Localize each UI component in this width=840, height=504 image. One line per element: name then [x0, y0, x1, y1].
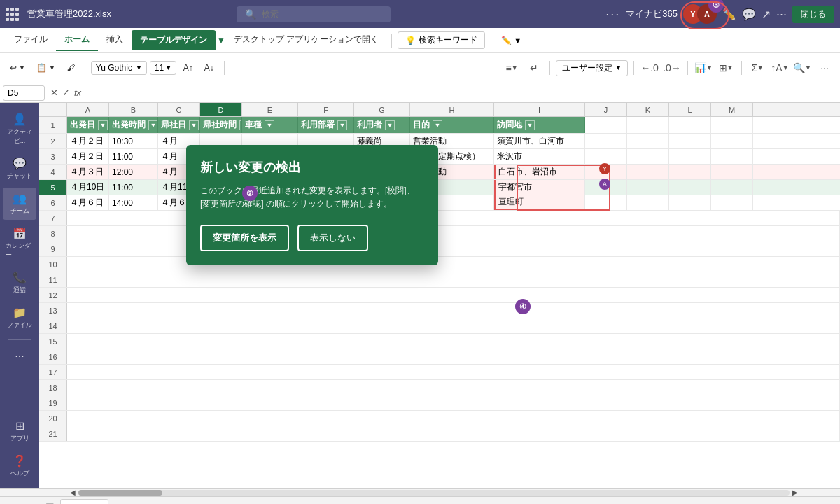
tab-home[interactable]: ホーム: [56, 29, 98, 51]
find-btn[interactable]: 🔍 ▼: [792, 58, 812, 78]
conditional-format-btn[interactable]: 📊 ▼: [694, 58, 713, 78]
cell-4b[interactable]: 12:00: [109, 164, 158, 179]
prev-sheet-btn[interactable]: ◀: [6, 500, 21, 505]
font-selector[interactable]: Yu Gothic ▼: [91, 61, 147, 75]
icon-btn-comment[interactable]: 💬: [742, 8, 756, 21]
dismiss-button[interactable]: 表示しない: [298, 225, 368, 251]
icon-btn-dots2[interactable]: ···: [776, 7, 787, 22]
header-cell-purpose[interactable]: 目的 ▼: [410, 117, 494, 133]
header-cell-departure-time[interactable]: 出発時間 ▼: [109, 117, 158, 133]
undo-btn[interactable]: ↩ ▼: [6, 61, 29, 75]
cell-2b[interactable]: 10:30: [109, 134, 158, 148]
font-size-selector[interactable]: 11 ▼: [150, 61, 176, 75]
format-as-table-btn[interactable]: ⊞ ▼: [716, 58, 736, 78]
cell-3k[interactable]: [627, 149, 669, 164]
cell-1j[interactable]: [585, 117, 627, 133]
search-box[interactable]: 🔍: [237, 6, 391, 22]
fx-icon[interactable]: fx: [74, 88, 81, 98]
decimal-dec-btn[interactable]: .0→: [662, 58, 682, 78]
sidebar-item-more[interactable]: ···: [3, 346, 36, 367]
tab-design[interactable]: テーブルデザイン: [132, 30, 216, 50]
sidebar-item-files[interactable]: 📁 ファイル: [3, 302, 36, 334]
cell-ref-box[interactable]: D5: [3, 85, 45, 101]
filter-btn-a[interactable]: ▼: [98, 120, 108, 130]
cell-3a[interactable]: ４月２日: [67, 149, 109, 164]
format-painter-btn[interactable]: 🖌: [62, 61, 79, 75]
filter-btn-i[interactable]: ▼: [525, 120, 535, 130]
cell-2m[interactable]: [711, 134, 753, 148]
header-cell-return-date[interactable]: 帰社日 ▼: [158, 117, 200, 133]
close-button[interactable]: 閉じる: [792, 6, 834, 23]
filter-btn-f[interactable]: ▼: [337, 120, 347, 130]
cell-5m[interactable]: [711, 180, 753, 195]
cell-4k[interactable]: [627, 164, 669, 179]
cell-2i[interactable]: 須賀川市、白河市: [494, 134, 585, 148]
horizontal-scrollbar[interactable]: ◀ ▶: [0, 488, 840, 496]
sidebar-item-teams[interactable]: 👥 チーム: [3, 188, 36, 220]
cell-5b[interactable]: 11:00: [109, 180, 158, 195]
align-btn[interactable]: ≡ ▼: [502, 58, 522, 78]
scroll-right-btn[interactable]: ▶: [790, 489, 801, 496]
cell-2j[interactable]: [585, 134, 627, 148]
user-setting-btn[interactable]: ユーザー設定 ▼: [556, 60, 628, 76]
cell-4i[interactable]: 白石市、岩沼市: [494, 164, 585, 179]
filter-btn-b[interactable]: ▼: [148, 120, 158, 130]
header-cell-return-time[interactable]: 帰社時間 ▼: [200, 117, 242, 133]
cell-3l[interactable]: [669, 149, 711, 164]
header-cell-user[interactable]: 利用者 ▼: [354, 117, 410, 133]
grid-menu-icon[interactable]: [6, 8, 19, 21]
cell-2k[interactable]: [627, 134, 669, 148]
dots-menu[interactable]: ···: [606, 7, 620, 22]
cell-4a[interactable]: ４月３日: [67, 164, 109, 179]
pencil-toolbar-btn[interactable]: ✏️ ▼: [497, 34, 526, 48]
cell-4l[interactable]: [669, 164, 711, 179]
confirm-formula-icon[interactable]: ✓: [62, 88, 70, 98]
cell-5k[interactable]: [627, 180, 669, 195]
sidebar-item-apps[interactable]: ⊞ アプリ: [3, 415, 36, 447]
menu-sheet-btn[interactable]: ☰: [42, 500, 57, 505]
paste-btn[interactable]: 📋 ▼: [32, 61, 59, 75]
tab-open[interactable]: デスクトップ アプリケーションで開く: [227, 29, 386, 51]
cell-1l[interactable]: [669, 117, 711, 133]
tab-insert[interactable]: 挿入: [98, 29, 132, 51]
cell-3m[interactable]: [711, 149, 753, 164]
formula-input[interactable]: [92, 88, 205, 98]
cell-2a[interactable]: ４月２日: [67, 134, 109, 148]
next-sheet-btn[interactable]: ▶: [24, 500, 39, 505]
cell-1k[interactable]: [627, 117, 669, 133]
search-input[interactable]: [262, 9, 374, 19]
cell-3j[interactable]: [585, 149, 627, 164]
tab-file[interactable]: ファイル: [6, 29, 56, 51]
cell-6i[interactable]: 亘理町: [494, 195, 585, 210]
scroll-left-btn[interactable]: ◀: [67, 489, 78, 496]
icon-btn-edit[interactable]: ✏️: [722, 8, 736, 21]
cell-6j[interactable]: [585, 195, 627, 210]
icon-btn-share[interactable]: ↗: [762, 8, 771, 21]
filter-btn-e[interactable]: ▼: [265, 120, 274, 130]
scroll-thumb[interactable]: [78, 490, 162, 496]
sidebar-item-activity[interactable]: 👤 アクティビ...: [3, 108, 36, 150]
show-changes-button[interactable]: 変更箇所を表示: [200, 225, 289, 251]
sidebar-item-help[interactable]: ❓ ヘルプ: [3, 450, 36, 482]
more-btn[interactable]: ···: [815, 58, 834, 78]
sidebar-item-calls[interactable]: 📞 通話: [3, 267, 36, 299]
header-cell-departure-date[interactable]: 出発日 ▼: [67, 117, 109, 133]
cell-2l[interactable]: [669, 134, 711, 148]
cell-5i[interactable]: 宇都宮市: [494, 180, 585, 195]
cell-6k[interactable]: [627, 195, 669, 210]
sidebar-item-calendar[interactable]: 📅 カレンダー: [3, 223, 36, 264]
cell-4m[interactable]: [711, 164, 753, 179]
scroll-track[interactable]: [78, 490, 790, 496]
wrap-btn[interactable]: ↵: [524, 58, 544, 78]
increase-font-btn[interactable]: A↑: [179, 61, 197, 75]
cell-5l[interactable]: [669, 180, 711, 195]
cell-3i[interactable]: 米沢市: [494, 149, 585, 164]
cell-6a[interactable]: ４月６日: [67, 195, 109, 210]
sort-asc-btn[interactable]: ↑A ▼: [770, 58, 790, 78]
cell-5a[interactable]: ４月10日: [67, 180, 109, 195]
filter-btn-h[interactable]: ▼: [433, 120, 442, 130]
cell-6l[interactable]: [669, 195, 711, 210]
sheet-tab-sheet1[interactable]: Sheet1: [60, 499, 108, 504]
cell-6b[interactable]: 14:00: [109, 195, 158, 210]
cell-6m[interactable]: [711, 195, 753, 210]
